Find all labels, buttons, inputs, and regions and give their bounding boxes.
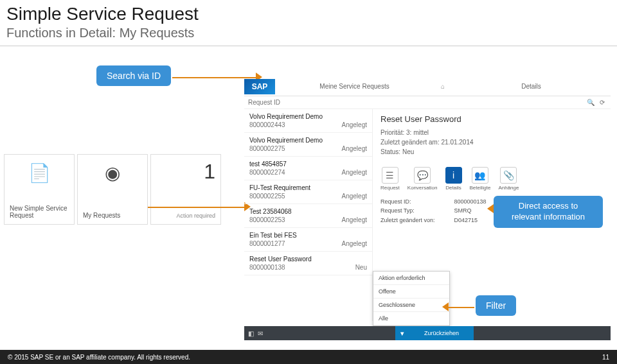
sap-logo: SAP	[244, 79, 275, 94]
kv-label: Request Typ:	[380, 206, 435, 215]
item-title: Test 23584068	[249, 208, 367, 215]
item-status: Angelegt	[342, 169, 367, 176]
tile-new-request[interactable]: 📄 New Simple Service Request	[4, 154, 75, 225]
status-value: Neu	[402, 148, 414, 155]
list-item[interactable]: Test 235840688000002253Angelegt	[244, 204, 372, 228]
callout-filter: Filter	[476, 295, 516, 316]
item-id: 8000002255	[249, 193, 285, 200]
tab-request[interactable]: ☰Request	[380, 167, 400, 191]
tab-details-icon[interactable]: iDetails	[445, 167, 462, 191]
tile-label: My Requests	[83, 212, 142, 219]
changed-value: 21.01.2014	[442, 139, 474, 146]
document-plus-icon: 📄	[28, 162, 51, 184]
changed-label: Zuletzt geändert am:	[380, 139, 440, 146]
filter-option[interactable]: Alle	[373, 312, 449, 325]
slide-footer: © 2015 SAP SE or an SAP affiliate compan…	[0, 350, 617, 364]
search-row: 🔍 ⟳	[244, 96, 611, 109]
detail-tabs: ☰Request 💬Konversation iDetails 👥Beteili…	[380, 167, 603, 191]
callout-pointer	[172, 77, 256, 78]
app-header: SAP Meine Service Requests ⌂ Details	[244, 77, 611, 96]
filter-popup: Aktion erforderlich Offene Geschlossene …	[373, 271, 450, 326]
item-status: Angelegt	[342, 121, 367, 128]
tile-sublabel: Action required	[156, 212, 215, 219]
item-id: 8000002253	[249, 216, 285, 223]
tile-label: New Simple Service Request	[10, 205, 69, 219]
item-title: test 4854857	[249, 160, 367, 168]
priority-label: Priorität:	[380, 129, 404, 136]
app-footer: ◧ ✉ ▾ Zurückziehen	[244, 326, 611, 340]
refresh-icon[interactable]: ⟳	[598, 99, 607, 106]
callout-pointer	[148, 207, 244, 208]
callout-search: Search via ID	[96, 65, 171, 86]
tab-details[interactable]: Details	[452, 79, 611, 94]
search-input[interactable]	[248, 99, 584, 106]
slide-subtitle: Functions in Detail: My Requests	[0, 24, 617, 46]
item-status: Neu	[355, 264, 367, 271]
item-status: Angelegt	[342, 216, 367, 223]
tab-participants[interactable]: 👥Beteiligte	[470, 167, 491, 191]
item-id: 8000001277	[249, 240, 285, 247]
detail-title: Reset User Password	[380, 114, 603, 124]
list-item[interactable]: Reset User Password8000000138Neu	[244, 252, 372, 275]
tile-my-requests[interactable]: ◉ My Requests	[77, 154, 148, 225]
tab-conversation[interactable]: 💬Konversation	[407, 167, 438, 191]
filter-button[interactable]: ▾	[395, 326, 409, 340]
list-item[interactable]: test 48548578000002274Angelegt	[244, 157, 372, 180]
item-title: Volvo Requirement Demo	[249, 113, 367, 120]
tab-label: Konversation	[407, 185, 438, 191]
item-title: Reset User Password	[249, 256, 367, 263]
launchpad: 📄 New Simple Service Request ◉ My Reques…	[4, 154, 221, 225]
request-list: Volvo Requirement Demo8000002443Angelegt…	[244, 109, 373, 321]
item-id: 8000002443	[249, 121, 285, 128]
copyright: © 2015 SAP SE or an SAP affiliate compan…	[8, 354, 190, 361]
item-status: Angelegt	[342, 193, 367, 200]
callout-direct-access: Direct access to relevant information	[494, 196, 603, 228]
tab-requests[interactable]: Meine Service Requests	[275, 79, 434, 94]
filter-option[interactable]: Offene	[373, 285, 449, 299]
chat-icon: 💬	[414, 167, 431, 184]
tab-label: Anhänge	[498, 185, 519, 191]
kv-label: Request ID:	[380, 197, 435, 206]
tile-action-required[interactable]: 1 Action required	[150, 154, 221, 225]
mail-icon[interactable]: ✉	[258, 330, 263, 337]
home-icon[interactable]: ⌂	[434, 79, 452, 94]
chart-icon[interactable]: ◧	[248, 330, 254, 337]
arrow-icon	[487, 204, 494, 213]
document-icon: ☰	[382, 167, 398, 184]
info-icon: i	[445, 167, 462, 184]
list-item[interactable]: Volvo Requirement Demo8000002275Angelegt	[244, 133, 372, 157]
filter-option[interactable]: Geschlossene	[373, 299, 449, 312]
callout-pointer	[449, 307, 474, 308]
item-title: FU-Test Requirement	[249, 184, 367, 191]
item-status: Angelegt	[342, 145, 367, 152]
tab-label: Request	[380, 185, 400, 191]
item-title: Ein Test bei FES	[249, 232, 367, 239]
item-id: 8000000138	[249, 264, 285, 271]
page-number: 11	[602, 354, 609, 361]
slide-title: Simple Service Request	[0, 0, 617, 24]
search-icon[interactable]: 🔍	[586, 99, 595, 106]
tab-label: Beteiligte	[470, 185, 491, 191]
item-id: 8000002275	[249, 145, 285, 152]
priority-value: 3: mittel	[406, 129, 429, 136]
withdraw-button[interactable]: Zurückziehen	[409, 326, 474, 340]
item-status: Angelegt	[342, 240, 367, 247]
item-id: 8000002274	[249, 169, 285, 176]
tile-count: 1	[156, 160, 215, 184]
people-icon: 👥	[472, 167, 488, 184]
kv-value: 8000000138	[454, 197, 487, 206]
kv-label: Zuletzt geändert von:	[380, 216, 435, 225]
filter-option[interactable]: Aktion erforderlich	[373, 272, 449, 285]
user-circle-icon: ◉	[105, 162, 120, 184]
kv-value: D042715	[454, 216, 487, 225]
status-label: Status:	[380, 148, 400, 155]
list-item[interactable]: Volvo Requirement Demo8000002443Angelegt	[244, 109, 372, 133]
kv-value: SMRQ	[454, 206, 487, 215]
list-item[interactable]: Ein Test bei FES8000001277Angelegt	[244, 228, 372, 252]
arrow-icon	[442, 302, 449, 311]
tab-label: Details	[445, 185, 461, 191]
tab-attachments[interactable]: 📎Anhänge	[498, 167, 519, 191]
item-title: Volvo Requirement Demo	[249, 137, 367, 144]
paperclip-icon: 📎	[500, 167, 517, 184]
list-item[interactable]: FU-Test Requirement8000002255Angelegt	[244, 180, 372, 204]
